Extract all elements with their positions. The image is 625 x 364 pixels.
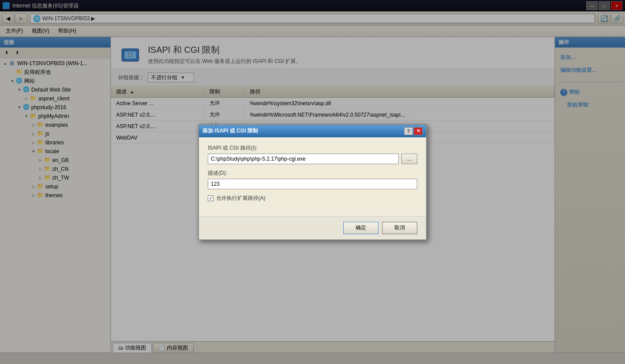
desc-input-row <box>208 179 417 189</box>
modal-close-button[interactable]: ✕ <box>414 127 423 135</box>
browse-button[interactable]: ... <box>401 154 417 164</box>
checkbox-label: 允许执行扩展路径(A) <box>216 195 265 202</box>
modal-titlebar: 添加 ISAPI 或 CGI 限制 ? ✕ <box>199 125 426 137</box>
modal-overlay: 添加 ISAPI 或 CGI 限制 ? ✕ ISAPI 或 CGI 路径(I):… <box>0 0 625 364</box>
modal-body: ISAPI 或 CGI 路径(I): ... 描述(D): ✓ 允许执行扩展路径… <box>199 137 426 216</box>
allow-execute-checkbox[interactable]: ✓ <box>208 195 213 201</box>
path-input-row: ... <box>208 154 417 164</box>
checkbox-row: ✓ 允许执行扩展路径(A) <box>208 195 417 202</box>
modal-question-button[interactable]: ? <box>404 127 413 135</box>
modal-dialog: 添加 ISAPI 或 CGI 限制 ? ✕ ISAPI 或 CGI 路径(I):… <box>198 124 427 240</box>
cancel-button[interactable]: 取消 <box>382 222 417 234</box>
desc-input[interactable] <box>208 179 417 189</box>
path-field-label: ISAPI 或 CGI 路径(I): <box>208 144 417 152</box>
modal-title: 添加 ISAPI 或 CGI 限制 <box>202 127 403 135</box>
path-input[interactable] <box>208 154 399 164</box>
confirm-button[interactable]: 确定 <box>343 222 379 234</box>
modal-footer: 确定 取消 <box>199 216 426 239</box>
desc-field-label: 描述(D): <box>208 169 417 177</box>
